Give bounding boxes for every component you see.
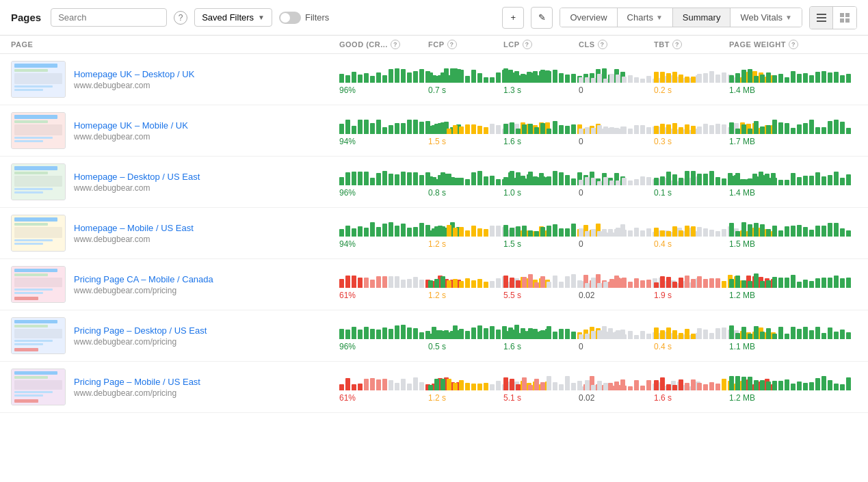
bar [465, 230, 470, 237]
fcp-value: 0.8 s [428, 188, 446, 198]
bar [840, 228, 845, 237]
bar [766, 178, 771, 185]
page-cell: Homepage – Desktop / US East www.debugbe… [11, 163, 339, 200]
tbt-value: 0.1 s [654, 188, 672, 198]
lcp-value: 1.3 s [503, 85, 521, 95]
page-thumbnail[interactable] [11, 266, 66, 303]
fcp-cell: 0.5 s [428, 320, 503, 351]
bar [434, 76, 439, 83]
bar [660, 330, 665, 339]
saved-filters-button[interactable]: Saved Filters ▼ [194, 8, 272, 27]
bar [821, 127, 826, 134]
bar [685, 276, 689, 288]
bar [722, 124, 726, 134]
tbt-help-icon[interactable]: ? [672, 40, 682, 49]
tab-overview[interactable]: Overview [560, 8, 617, 27]
bar [382, 224, 387, 237]
list-view-button[interactable] [810, 7, 833, 29]
page-name[interactable]: Pricing Page – Mobile / US East [74, 377, 200, 387]
tab-web-vitals[interactable]: Web Vitals ▼ [731, 8, 802, 27]
col-page: PAGE [11, 40, 339, 49]
bar [691, 334, 696, 339]
page-weight-value: 1.5 MB [729, 239, 755, 249]
bar [797, 329, 802, 339]
bar [722, 229, 726, 237]
bar [772, 334, 777, 339]
bar [772, 75, 777, 83]
bar [679, 230, 683, 237]
bar [453, 125, 458, 134]
bar [785, 226, 789, 237]
help-icon[interactable]: ? [174, 11, 187, 25]
bar [370, 123, 375, 134]
page-name[interactable]: Homepage UK – Desktop / UK [74, 69, 194, 79]
bar [640, 79, 645, 83]
page-thumbnail[interactable] [11, 112, 66, 149]
page-thumbnail[interactable] [11, 215, 66, 252]
bar [540, 123, 545, 134]
bar [477, 73, 482, 83]
bar [440, 331, 445, 339]
page-thumbnail[interactable] [11, 369, 66, 405]
bar [748, 281, 752, 288]
add-button[interactable]: + [502, 7, 524, 29]
bar [803, 123, 808, 134]
table-row: Pricing Page – Desktop / US East www.deb… [0, 310, 868, 362]
toggle-track[interactable] [279, 12, 301, 24]
bar [741, 280, 746, 288]
bar [760, 380, 765, 390]
bar [679, 75, 683, 83]
page-name[interactable]: Homepage UK – Mobile / UK [74, 120, 188, 131]
edit-button[interactable]: ✎ [531, 7, 553, 29]
bar [622, 178, 627, 185]
page-name[interactable]: Pricing Page CA – Mobile / Canada [74, 274, 213, 284]
bar [722, 379, 726, 390]
lcp-value: 1.6 s [503, 342, 521, 351]
grid-view-button[interactable] [833, 7, 856, 29]
bar [791, 226, 795, 237]
bar [597, 330, 602, 339]
bar [797, 381, 802, 390]
bar [503, 331, 508, 339]
table-row: Pricing Page CA – Mobile / Canada www.de… [0, 259, 868, 310]
bar [597, 231, 602, 237]
bar [364, 278, 369, 288]
bar [603, 126, 608, 134]
page-url: www.debugbear.com/pricing [74, 286, 213, 295]
bar [585, 77, 590, 83]
good-cr-help-icon[interactable]: ? [391, 40, 400, 49]
bar [722, 327, 726, 339]
bar [553, 121, 557, 134]
bar [672, 226, 677, 237]
page-thumbnail[interactable] [11, 61, 66, 98]
bar [821, 376, 826, 390]
fcp-help-icon[interactable]: ? [447, 40, 457, 49]
page-thumbnail[interactable] [11, 317, 66, 354]
bar [382, 171, 387, 185]
bar [591, 178, 596, 185]
bar [616, 278, 620, 288]
bar [339, 229, 344, 237]
filters-toggle[interactable]: Filters [279, 12, 329, 24]
bar [376, 120, 381, 134]
page-url: www.debugbear.com [74, 235, 194, 244]
cls-help-icon[interactable]: ? [598, 40, 607, 49]
search-input[interactable] [51, 8, 167, 27]
bar [522, 277, 527, 288]
tab-charts[interactable]: Charts ▼ [618, 8, 673, 27]
cls-value: 0 [579, 85, 583, 95]
page-name[interactable]: Homepage – Desktop / US East [74, 172, 200, 182]
page-weight-help-icon[interactable]: ? [789, 40, 798, 49]
bar [634, 125, 639, 134]
bar [741, 327, 746, 339]
page-thumbnail[interactable] [11, 163, 66, 200]
lcp-help-icon[interactable]: ? [523, 40, 532, 49]
bar [603, 232, 608, 237]
tab-summary[interactable]: Summary [673, 8, 731, 27]
page-name[interactable]: Homepage – Mobile / US East [74, 223, 194, 233]
lcp-value: 1.0 s [503, 188, 521, 198]
bar [597, 283, 602, 288]
page-name[interactable]: Pricing Page – Desktop / US East [74, 325, 207, 336]
bar [815, 378, 820, 390]
good-cr-cell: 94% [339, 217, 428, 249]
